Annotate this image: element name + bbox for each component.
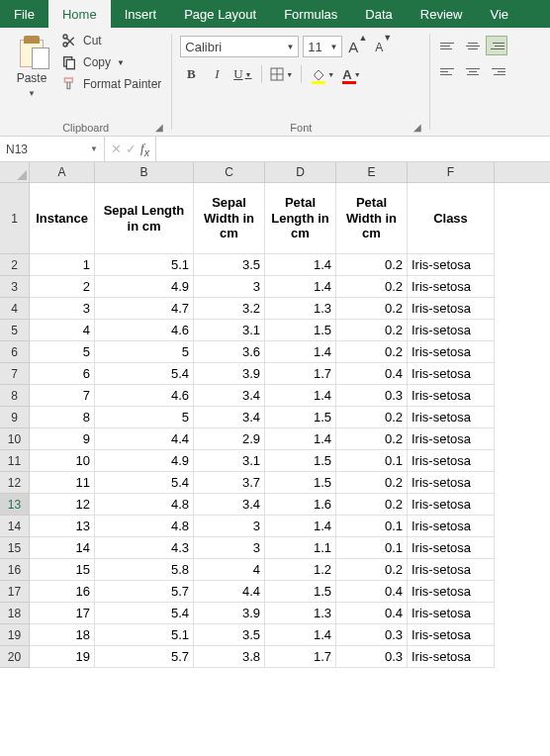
cell[interactable]: 1.4 xyxy=(265,385,336,407)
underline-button[interactable]: U▼ xyxy=(231,63,253,85)
cell[interactable]: 3.5 xyxy=(194,624,265,646)
cell[interactable]: 1.4 xyxy=(265,276,336,298)
cell[interactable]: 3.8 xyxy=(194,646,265,668)
cell[interactable]: 0.2 xyxy=(336,428,408,450)
menu-file[interactable]: File xyxy=(0,0,48,28)
increase-font-button[interactable]: A▲ xyxy=(346,39,369,55)
row-header-1[interactable]: 1 xyxy=(0,183,30,254)
cell[interactable]: 0.1 xyxy=(336,450,408,472)
menu-review[interactable]: Review xyxy=(407,0,477,28)
menu-insert[interactable]: Insert xyxy=(111,0,171,28)
cell[interactable]: 4.6 xyxy=(95,320,194,341)
cell[interactable]: 5 xyxy=(30,341,95,363)
col-header-F[interactable]: F xyxy=(408,162,495,182)
row-header-2[interactable]: 2 xyxy=(0,254,30,276)
cell[interactable]: 1.4 xyxy=(265,254,336,276)
header-cell[interactable]: Petal Width in cm xyxy=(336,183,408,254)
row-header-12[interactable]: 12 xyxy=(0,472,30,494)
cell[interactable]: 1.5 xyxy=(265,450,336,472)
cell[interactable]: 1.2 xyxy=(265,559,336,581)
cell[interactable]: 15 xyxy=(30,559,95,581)
cell[interactable]: 0.2 xyxy=(336,559,408,581)
font-name-select[interactable]: Calibri ▼ xyxy=(180,36,299,57)
cell[interactable]: 3.4 xyxy=(194,385,265,407)
cell[interactable]: 1.7 xyxy=(265,363,336,385)
cell[interactable]: 4.3 xyxy=(95,537,194,559)
chevron-down-icon[interactable]: ▼ xyxy=(117,58,125,67)
cell[interactable]: Iris-setosa xyxy=(408,407,495,428)
cell[interactable]: 5.4 xyxy=(95,603,194,624)
cell[interactable]: 3.4 xyxy=(194,494,265,516)
cell[interactable]: Iris-setosa xyxy=(408,428,495,450)
align-center-button[interactable] xyxy=(462,61,484,81)
cell[interactable]: 3.4 xyxy=(194,407,265,428)
cell[interactable]: 4.9 xyxy=(95,450,194,472)
cell[interactable]: 5 xyxy=(95,407,194,428)
menu-home[interactable]: Home xyxy=(48,0,111,28)
cell[interactable]: 3.6 xyxy=(194,341,265,363)
chevron-down-icon[interactable]: ▼ xyxy=(329,43,337,51)
cell[interactable]: 0.1 xyxy=(336,516,408,537)
menu-data[interactable]: Data xyxy=(351,0,406,28)
format-painter-button[interactable]: Format Painter xyxy=(59,75,163,93)
cell[interactable]: 1.4 xyxy=(265,341,336,363)
cell[interactable]: 3 xyxy=(194,276,265,298)
row-header-5[interactable]: 5 xyxy=(0,320,30,341)
cell[interactable]: Iris-setosa xyxy=(408,472,495,494)
row-header-10[interactable]: 10 xyxy=(0,428,30,450)
cell[interactable]: 3.1 xyxy=(194,450,265,472)
align-middle-button[interactable] xyxy=(462,36,484,55)
cell[interactable]: 0.2 xyxy=(336,494,408,516)
dialog-launcher-clipboard[interactable]: ◢ xyxy=(155,122,167,134)
row-header-7[interactable]: 7 xyxy=(0,363,30,385)
cell[interactable]: Iris-setosa xyxy=(408,276,495,298)
cell[interactable]: 5.4 xyxy=(95,472,194,494)
header-cell[interactable]: Class xyxy=(408,183,495,254)
cell[interactable]: 5.1 xyxy=(95,624,194,646)
row-header-6[interactable]: 6 xyxy=(0,341,30,363)
menu-page-layout[interactable]: Page Layout xyxy=(170,0,270,28)
row-header-11[interactable]: 11 xyxy=(0,450,30,472)
cell[interactable]: 19 xyxy=(30,646,95,668)
cell[interactable]: 0.3 xyxy=(336,385,408,407)
header-cell[interactable]: Petal Length in cm xyxy=(265,183,336,254)
menu-formulas[interactable]: Formulas xyxy=(270,0,351,28)
cell[interactable]: Iris-setosa xyxy=(408,298,495,320)
name-box[interactable]: N13 ▼ xyxy=(0,137,105,161)
cell[interactable]: 1.7 xyxy=(265,646,336,668)
cell[interactable]: Iris-setosa xyxy=(408,494,495,516)
formula-input[interactable] xyxy=(156,137,550,161)
cell[interactable]: Iris-setosa xyxy=(408,341,495,363)
row-header-19[interactable]: 19 xyxy=(0,624,30,646)
cell[interactable]: 10 xyxy=(30,450,95,472)
row-header-13[interactable]: 13 xyxy=(0,494,30,516)
cell[interactable]: 0.4 xyxy=(336,603,408,624)
cell[interactable]: 5.8 xyxy=(95,559,194,581)
cell[interactable]: 9 xyxy=(30,428,95,450)
cell[interactable]: 0.2 xyxy=(336,407,408,428)
row-header-9[interactable]: 9 xyxy=(0,407,30,428)
cell[interactable]: 1.5 xyxy=(265,320,336,341)
cell[interactable]: 1.4 xyxy=(265,624,336,646)
row-header-18[interactable]: 18 xyxy=(0,603,30,624)
cell[interactable]: 3.9 xyxy=(194,603,265,624)
header-cell[interactable]: Sepal Length in cm xyxy=(95,183,194,254)
cell[interactable]: 3.2 xyxy=(194,298,265,320)
cell[interactable]: Iris-setosa xyxy=(408,320,495,341)
cell[interactable]: 4.9 xyxy=(95,276,194,298)
fill-color-button[interactable]: ▼ xyxy=(310,63,336,85)
dialog-launcher-font[interactable]: ◢ xyxy=(413,122,425,134)
col-header-D[interactable]: D xyxy=(265,162,336,182)
cell[interactable]: 1.5 xyxy=(265,581,336,603)
chevron-down-icon[interactable]: ▼ xyxy=(90,144,98,153)
cell[interactable]: Iris-setosa xyxy=(408,581,495,603)
cancel-formula-button[interactable]: ✕ xyxy=(111,142,122,156)
enter-formula-button[interactable]: ✓ xyxy=(126,142,137,156)
cell[interactable]: 4.4 xyxy=(194,581,265,603)
cell[interactable]: 1.5 xyxy=(265,472,336,494)
row-header-4[interactable]: 4 xyxy=(0,298,30,320)
cell[interactable]: 17 xyxy=(30,603,95,624)
cell[interactable]: 3.1 xyxy=(194,320,265,341)
cell[interactable]: 0.3 xyxy=(336,646,408,668)
cell[interactable]: 3.9 xyxy=(194,363,265,385)
